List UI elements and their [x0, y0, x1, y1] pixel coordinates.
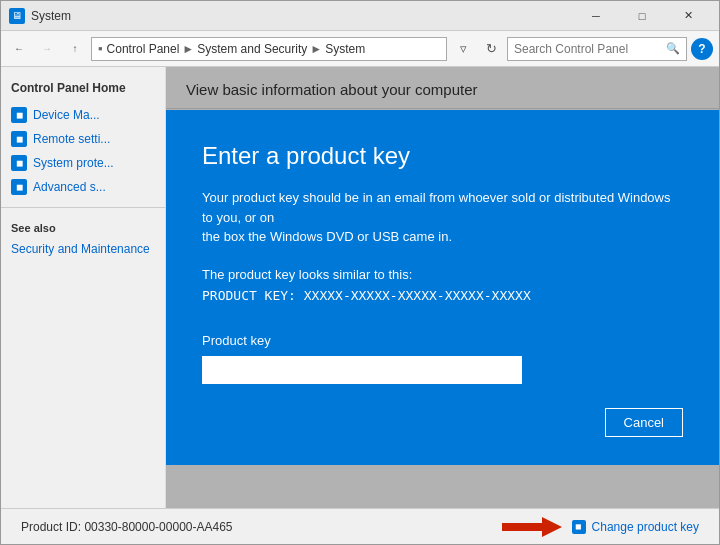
content-area: Control Panel Home ◼ Device Ma... ◼ Remo…	[1, 67, 719, 508]
dialog-body: Your product key should be in an email f…	[202, 188, 683, 247]
advanced-icon: ◼	[11, 179, 27, 195]
sidebar-item-security-maintenance[interactable]: Security and Maintenance	[1, 238, 165, 260]
sidebar-item-remote[interactable]: ◼ Remote setti...	[1, 127, 165, 151]
red-arrow-icon	[502, 515, 562, 539]
dialog-example-label: The product key looks similar to this:	[202, 267, 683, 282]
close-button[interactable]: ✕	[665, 1, 711, 31]
main-window: 🖥 System ─ □ ✕ ← → ↑ ▪ Control Panel ► S…	[0, 0, 720, 545]
see-also-title: See also	[1, 207, 165, 238]
search-box: 🔍	[507, 37, 687, 61]
search-input[interactable]	[514, 42, 666, 56]
window-icon: 🖥	[9, 8, 25, 24]
dialog-title: Enter a product key	[202, 142, 683, 170]
product-id-value: 00330-80000-00000-AA465	[84, 520, 232, 534]
window-title: System	[31, 9, 573, 23]
change-product-key-link[interactable]: ◼ Change product key	[572, 520, 699, 534]
refresh-button[interactable]: ▿	[451, 37, 475, 61]
maximize-button[interactable]: □	[619, 1, 665, 31]
dialog-overlay: Enter a product key Your product key sho…	[166, 67, 719, 508]
shield-icon: ◼	[572, 520, 586, 534]
minimize-button[interactable]: ─	[573, 1, 619, 31]
bottom-bar: Product ID: 00330-80000-00000-AA465 ◼ Ch…	[1, 508, 719, 544]
sidebar-title: Control Panel Home	[1, 77, 165, 103]
path-sep-2: ►	[310, 42, 322, 56]
dialog-example-key: PRODUCT KEY: XXXXX-XXXXX-XXXXX-XXXXX-XXX…	[202, 288, 683, 303]
path-control-panel[interactable]: Control Panel	[107, 42, 180, 56]
sidebar: Control Panel Home ◼ Device Ma... ◼ Remo…	[1, 67, 166, 508]
title-bar: 🖥 System ─ □ ✕	[1, 1, 719, 31]
device-manager-icon: ◼	[11, 107, 27, 123]
remote-icon: ◼	[11, 131, 27, 147]
refresh-icon[interactable]: ↻	[479, 37, 503, 61]
product-key-dialog: Enter a product key Your product key sho…	[166, 110, 719, 465]
sidebar-item-advanced[interactable]: ◼ Advanced s...	[1, 175, 165, 199]
main-panel: View basic information about your comput…	[166, 67, 719, 508]
up-button[interactable]: ↑	[63, 37, 87, 61]
cancel-button[interactable]: Cancel	[605, 408, 683, 437]
dialog-field-label: Product key	[202, 333, 683, 348]
help-button[interactable]: ?	[691, 38, 713, 60]
product-id-text: Product ID: 00330-80000-00000-AA465	[21, 520, 492, 534]
address-path: ▪ Control Panel ► System and Security ► …	[91, 37, 447, 61]
protection-icon: ◼	[11, 155, 27, 171]
search-icon: 🔍	[666, 42, 680, 55]
path-system[interactable]: System	[325, 42, 365, 56]
forward-button[interactable]: →	[35, 37, 59, 61]
path-sep-1: ►	[182, 42, 194, 56]
address-bar: ← → ↑ ▪ Control Panel ► System and Secur…	[1, 31, 719, 67]
product-key-input[interactable]	[202, 356, 522, 384]
dialog-footer: Cancel	[202, 408, 683, 437]
sidebar-item-device-manager[interactable]: ◼ Device Ma...	[1, 103, 165, 127]
path-system-security[interactable]: System and Security	[197, 42, 307, 56]
title-bar-controls: ─ □ ✕	[573, 1, 711, 31]
sidebar-item-protection[interactable]: ◼ System prote...	[1, 151, 165, 175]
back-button[interactable]: ←	[7, 37, 31, 61]
svg-marker-0	[502, 517, 562, 537]
